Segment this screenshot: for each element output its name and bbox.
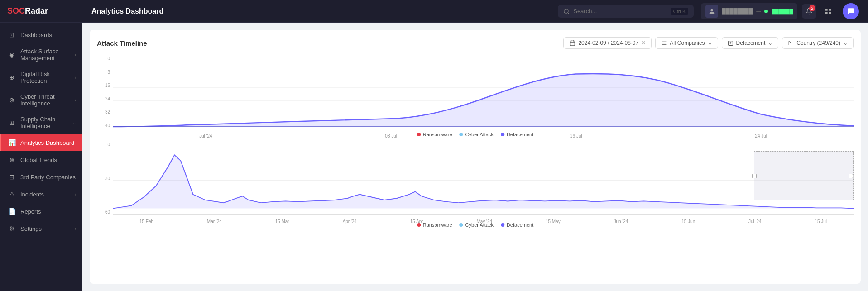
svg-rect-7 bbox=[570, 41, 575, 46]
notifications-button[interactable]: 2 bbox=[802, 4, 816, 19]
defacement-line-bottom bbox=[113, 155, 854, 209]
cyber-attack-label: Cyber Attack bbox=[465, 132, 494, 137]
sidebar-item-cyber-threat[interactable]: ⊗ Cyber Threat Intelligence › bbox=[0, 89, 82, 111]
sidebar-item-analytics[interactable]: 📊 Analytics Dashboard bbox=[0, 134, 82, 151]
country-filter-button[interactable]: Country (249/249) ⌄ bbox=[782, 37, 854, 49]
bottom-chart-legend: Ransomware Cyber Attack Defacement bbox=[417, 219, 533, 230]
company-filter-button[interactable]: All Companies ⌄ bbox=[655, 37, 718, 49]
more-options-button[interactable] bbox=[821, 4, 835, 19]
header: Analytics Dashboard Ctrl K ████████ — ██… bbox=[82, 0, 868, 23]
date-clear-button[interactable]: ✕ bbox=[641, 40, 646, 46]
sidebar-item-label: Supply Chain Intelligence bbox=[20, 116, 68, 129]
sidebar: SOCRadar ⊡ Dashboards ◉ Attack Surface M… bbox=[0, 0, 82, 291]
search-input[interactable] bbox=[573, 8, 667, 14]
user-badge[interactable]: ████████ — ██████ bbox=[701, 3, 797, 19]
supply-chain-icon: ⊞ bbox=[8, 119, 16, 127]
x-label-15jun: 15 Jun bbox=[681, 219, 695, 224]
x-label-15may: 15 May bbox=[546, 219, 561, 224]
svg-rect-5 bbox=[825, 12, 828, 14]
defacement-dot-b bbox=[501, 223, 504, 227]
company-filter-label: All Companies bbox=[670, 40, 705, 46]
sidebar-item-label: Analytics Dashboard bbox=[20, 139, 74, 146]
x-label-jun24: Jun '24 bbox=[614, 219, 628, 224]
date-range-filter[interactable]: 2024-02-09 / 2024-08-07 ✕ bbox=[563, 37, 652, 49]
search-bar[interactable]: Ctrl K bbox=[558, 5, 694, 18]
x-label-jul24: Jul '24 bbox=[199, 134, 212, 138]
country-filter-label: Country (249/249) bbox=[796, 40, 840, 46]
digital-risk-icon: ⊕ bbox=[8, 73, 16, 81]
attack-surface-icon: ◉ bbox=[8, 51, 16, 59]
incidents-icon: ⚠ bbox=[8, 190, 16, 198]
legend-defacement-bottom: Defacement bbox=[501, 222, 533, 228]
sidebar-item-attack-surface[interactable]: ◉ Attack Surface Management › bbox=[0, 43, 82, 66]
y-label-24: 24 bbox=[105, 96, 110, 101]
notification-badge: 2 bbox=[809, 5, 815, 11]
chevron-right-icon: › bbox=[75, 226, 76, 231]
user-avatar bbox=[705, 5, 718, 18]
sidebar-item-label: Attack Surface Management bbox=[20, 48, 70, 62]
x-label-24jul: 24 Jul bbox=[755, 134, 767, 138]
grid-icon bbox=[825, 8, 832, 15]
legend-cyber-attack-top: Cyber Attack bbox=[460, 132, 494, 137]
bottom-y-axis: 60 30 0 bbox=[97, 142, 113, 215]
svg-rect-3 bbox=[825, 9, 828, 11]
sidebar-nav: ⊡ Dashboards ◉ Attack Surface Management… bbox=[0, 23, 82, 291]
country-flag-icon bbox=[788, 40, 794, 46]
legend-ransomware-top: Ransomware bbox=[417, 132, 452, 137]
sidebar-item-label: Reports bbox=[20, 208, 41, 215]
search-shortcut: Ctrl K bbox=[671, 8, 689, 15]
x-label-15mar: 15 Mar bbox=[275, 219, 289, 224]
svg-point-0 bbox=[564, 9, 568, 13]
page-title: Analytics Dashboard bbox=[91, 7, 163, 15]
top-chart-area bbox=[113, 61, 854, 128]
bottom-chart: 60 30 0 bbox=[97, 142, 854, 230]
cyber-threat-icon: ⊗ bbox=[8, 96, 16, 104]
company-chevron-icon: ⌄ bbox=[708, 40, 712, 46]
sidebar-item-dashboards[interactable]: ⊡ Dashboards bbox=[0, 26, 82, 43]
y-label-30: 30 bbox=[105, 176, 110, 181]
main-content: Analytics Dashboard Ctrl K ████████ — ██… bbox=[82, 0, 868, 291]
card-title: Attack Timeline bbox=[97, 39, 147, 47]
type-filter-button[interactable]: Defacement ⌄ bbox=[722, 37, 779, 49]
x-label-jul24b: Jul '24 bbox=[748, 219, 762, 224]
sidebar-item-settings[interactable]: ⚙ Settings › bbox=[0, 220, 82, 237]
chevron-right-icon: › bbox=[75, 98, 76, 103]
filter-group: 2024-02-09 / 2024-08-07 ✕ All Companies … bbox=[563, 37, 854, 49]
bottom-chart-svg bbox=[113, 147, 854, 214]
top-chart-legend: Ransomware Cyber Attack Defacement bbox=[417, 129, 533, 140]
x-label-mar24: Mar '24 bbox=[207, 219, 222, 224]
date-range-label: 2024-02-09 / 2024-08-07 bbox=[578, 40, 638, 46]
cyber-attack-dot bbox=[460, 133, 463, 136]
y-label-8: 8 bbox=[107, 70, 110, 75]
dashboards-icon: ⊡ bbox=[8, 31, 16, 39]
sidebar-item-global-trends[interactable]: ⊛ Global Trends bbox=[0, 151, 82, 168]
sidebar-item-label: Digital Risk Protection bbox=[20, 71, 70, 84]
legend-defacement-top: Defacement bbox=[501, 132, 533, 137]
top-chart-svg bbox=[113, 61, 854, 128]
defacement-area-top bbox=[113, 74, 854, 127]
chevron-right-icon: › bbox=[75, 75, 76, 80]
reports-icon: 📄 bbox=[8, 207, 16, 215]
chat-button[interactable] bbox=[843, 3, 859, 19]
chevron-right-icon: › bbox=[75, 52, 76, 57]
3rd-party-icon: ⊟ bbox=[8, 173, 16, 181]
attack-timeline-card: Attack Timeline 2024-02-09 / 2024-08-07 … bbox=[90, 30, 861, 284]
sidebar-item-3rd-party[interactable]: ⊟ 3rd Party Companies bbox=[0, 168, 82, 186]
type-chevron-icon: ⌄ bbox=[768, 40, 772, 46]
x-label-08jul: 08 Jul bbox=[385, 134, 397, 138]
sidebar-item-supply-chain[interactable]: ⊞ Supply Chain Intelligence ⌄ bbox=[0, 111, 82, 134]
country-chevron-icon: ⌄ bbox=[843, 40, 848, 46]
top-y-axis: 40 32 24 16 8 0 bbox=[97, 56, 113, 128]
top-chart: 40 32 24 16 8 0 bbox=[97, 56, 854, 142]
y-label-0b: 0 bbox=[107, 142, 110, 147]
svg-rect-6 bbox=[829, 12, 831, 14]
legend-cyber-attack-bottom: Cyber Attack bbox=[460, 222, 494, 228]
sidebar-item-reports[interactable]: 📄 Reports bbox=[0, 203, 82, 220]
card-header: Attack Timeline 2024-02-09 / 2024-08-07 … bbox=[97, 37, 854, 49]
sidebar-item-incidents[interactable]: ⚠ Incidents › bbox=[0, 186, 82, 203]
svg-line-1 bbox=[568, 12, 569, 14]
sidebar-item-digital-risk[interactable]: ⊕ Digital Risk Protection › bbox=[0, 66, 82, 89]
defacement-label-b: Defacement bbox=[507, 222, 533, 228]
y-label-40: 40 bbox=[105, 123, 110, 128]
search-icon bbox=[563, 8, 570, 14]
